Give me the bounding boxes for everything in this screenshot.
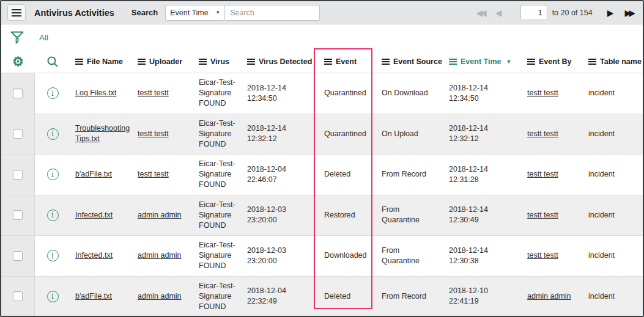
table-name-cell: incident <box>583 236 643 276</box>
column-header-event[interactable]: Event <box>319 57 377 66</box>
event-time-cell: 2018-12-10 22:41:19 <box>444 277 522 317</box>
file-name-cell: Troubleshooting Tips.txt <box>70 114 133 155</box>
previous-page-icon[interactable]: ◀ <box>495 9 505 17</box>
column-header-file-name[interactable]: File Name <box>70 57 133 66</box>
virus-detected-cell: 2018-12-14 12:34:50 <box>242 73 319 114</box>
info-icon[interactable]: i <box>47 87 59 99</box>
column-header-virus-detected[interactable]: Virus Detected <box>242 57 319 66</box>
search-field-dropdown[interactable]: Event Time ▼ <box>165 5 225 21</box>
uploader-link[interactable]: admin admin <box>138 250 182 261</box>
table-row: i Log Files.txt testt testt Eicar-Test-S… <box>1 73 643 114</box>
info-icon[interactable]: i <box>47 128 59 140</box>
next-page-icon[interactable]: ▶ <box>607 9 616 17</box>
virus-cell: Eicar-Test-Signature FOUND <box>194 114 242 155</box>
event-by-link[interactable]: testt testt <box>527 210 558 220</box>
sort-descending-icon: ▼ <box>506 59 511 65</box>
search-input[interactable] <box>225 5 320 21</box>
column-menu-icon <box>324 59 332 65</box>
uploader-link[interactable]: testt testt <box>138 88 169 98</box>
column-header-table-name[interactable]: Table name <box>583 57 643 66</box>
event-by-link[interactable]: admin admin <box>527 291 571 302</box>
event-source-cell: On Download <box>377 73 444 114</box>
row-checkbox[interactable] <box>13 251 23 261</box>
filter-funnel-icon[interactable] <box>10 31 24 45</box>
file-name-link[interactable]: Log Files.txt <box>75 88 116 98</box>
table-row: i b'adFile.txt admin admin Eicar-Test-Si… <box>1 277 643 317</box>
info-icon[interactable]: i <box>47 250 59 261</box>
event-time-cell: 2018-12-14 12:30:38 <box>444 236 522 276</box>
file-name-link[interactable]: Troubleshooting Tips.txt <box>75 123 130 144</box>
table-name-cell: incident <box>583 114 643 155</box>
row-checkbox[interactable] <box>13 129 23 139</box>
info-icon[interactable]: i <box>47 169 59 180</box>
info-icon[interactable]: i <box>47 210 59 221</box>
column-menu-icon <box>449 59 457 65</box>
search-toggle-button[interactable] <box>35 56 70 68</box>
event-cell: Restored <box>319 195 377 236</box>
event-by-link[interactable]: testt testt <box>527 250 558 261</box>
row-select-cell <box>1 236 35 276</box>
row-checkbox[interactable] <box>13 170 23 180</box>
uploader-cell: admin admin <box>133 236 194 276</box>
event-time-cell: 2018-12-14 12:32:12 <box>444 114 522 155</box>
uploader-link[interactable]: testt testt <box>138 169 169 180</box>
event-by-link[interactable]: testt testt <box>527 129 558 139</box>
first-page-icon[interactable]: ◀◀ <box>476 9 487 17</box>
table-name-cell: incident <box>583 73 643 114</box>
column-header-virus[interactable]: Virus <box>194 57 242 66</box>
personalize-list-button[interactable]: ⚙ <box>1 55 35 68</box>
uploader-link[interactable]: admin admin <box>138 291 182 302</box>
file-name-link[interactable]: b'adFile.txt <box>75 169 112 180</box>
row-select-cell <box>1 155 35 195</box>
event-source-cell: From Record <box>377 155 444 195</box>
table-row: i Infected.txt admin admin Eicar-Test-Si… <box>1 195 643 236</box>
event-by-link[interactable]: testt testt <box>527 169 558 180</box>
event-by-cell: admin admin <box>522 277 583 317</box>
column-menu-icon <box>382 59 390 65</box>
column-header-event-source[interactable]: Event Source <box>377 57 444 66</box>
event-by-link[interactable]: testt testt <box>527 88 558 98</box>
event-cell: Deleted <box>319 155 377 195</box>
row-info-cell: i <box>35 195 70 236</box>
event-cell: Deleted <box>319 277 377 317</box>
table-name-cell: incident <box>583 195 643 236</box>
list-toolbar: Antivirus Activities Search Event Time ▼… <box>1 1 643 24</box>
filter-breadcrumb-all[interactable]: All <box>39 33 48 42</box>
hamburger-icon <box>12 9 21 16</box>
column-header-event-by[interactable]: Event By <box>522 57 583 66</box>
column-header-uploader[interactable]: Uploader <box>133 57 194 66</box>
column-menu-icon <box>199 59 207 65</box>
row-checkbox[interactable] <box>13 89 23 98</box>
event-time-cell: 2018-12-14 12:34:50 <box>444 73 522 114</box>
event-cell: Quarantined <box>319 73 377 114</box>
virus-cell: Eicar-Test-Signature FOUND <box>194 236 242 276</box>
column-menu-icon <box>75 59 83 65</box>
search-icon <box>46 56 59 68</box>
list-menu-button[interactable] <box>7 4 26 21</box>
row-checkbox[interactable] <box>13 291 23 301</box>
info-icon[interactable]: i <box>47 291 59 302</box>
virus-cell: Eicar-Test-Signature FOUND <box>194 155 242 195</box>
virus-detected-cell: 2018-12-03 23:20:00 <box>242 195 319 236</box>
file-name-link[interactable]: Infected.txt <box>75 250 113 261</box>
virus-cell: Eicar-Test-Signature FOUND <box>194 195 242 236</box>
event-source-cell: From Quarantine <box>377 236 444 276</box>
row-select-cell <box>1 73 35 114</box>
row-checkbox[interactable] <box>13 210 23 220</box>
uploader-link[interactable]: testt testt <box>138 129 169 139</box>
page-title: Antivirus Activities <box>34 8 114 18</box>
last-page-icon[interactable]: ▶▶ <box>624 9 635 17</box>
row-select-cell <box>1 195 35 236</box>
file-name-cell: Log Files.txt <box>70 73 133 114</box>
column-menu-icon <box>247 59 255 65</box>
column-menu-icon <box>588 59 596 65</box>
event-cell: Quarantined <box>319 114 377 155</box>
file-name-link[interactable]: b'adFile.txt <box>75 291 112 302</box>
event-by-cell: testt testt <box>522 236 583 276</box>
column-header-event-time[interactable]: Event Time ▼ <box>444 57 522 66</box>
event-by-cell: testt testt <box>522 155 583 195</box>
uploader-cell: testt testt <box>133 155 194 195</box>
file-name-link[interactable]: Infected.txt <box>75 210 113 220</box>
page-number-input[interactable] <box>520 5 547 20</box>
uploader-link[interactable]: admin admin <box>138 210 182 220</box>
